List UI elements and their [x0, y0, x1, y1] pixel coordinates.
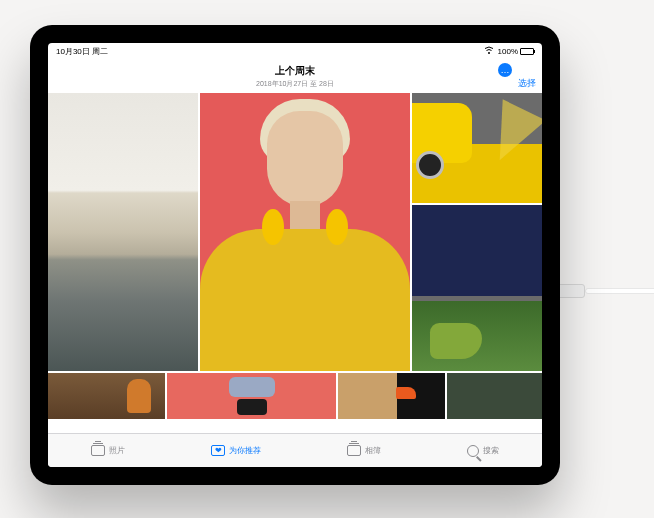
ipad-device: 10月30日 周二 100% 上个周末 2018年10月27日 至 28日 … …	[30, 25, 560, 485]
select-button[interactable]: 选择	[518, 77, 536, 90]
wifi-icon	[484, 46, 494, 56]
header: 上个周末 2018年10月27日 至 28日 … 选择	[48, 59, 542, 93]
albums-icon	[347, 445, 361, 456]
photo-thumbnail[interactable]	[412, 93, 542, 203]
ellipsis-icon: …	[501, 66, 510, 75]
tab-albums[interactable]: 相簿	[347, 445, 381, 456]
search-icon	[467, 445, 479, 457]
tab-bar: 照片 为你推荐 相簿 搜索	[48, 433, 542, 467]
battery-percent: 100%	[498, 47, 518, 56]
photo-thumbnail[interactable]	[200, 93, 410, 371]
tab-label: 为你推荐	[229, 445, 261, 456]
photo-thumbnail[interactable]	[412, 205, 542, 371]
page-title: 上个周末	[275, 64, 315, 78]
photo-grid[interactable]	[48, 93, 542, 433]
photo-thumbnail[interactable]	[447, 373, 542, 419]
page-subtitle: 2018年10月27日 至 28日	[256, 79, 334, 89]
status-bar: 10月30日 周二 100%	[48, 43, 542, 59]
photo-thumbnail[interactable]	[48, 373, 165, 419]
cable-cord	[585, 288, 654, 294]
more-button[interactable]: …	[498, 63, 512, 77]
tab-label: 搜索	[483, 445, 499, 456]
tab-label: 照片	[109, 445, 125, 456]
screen: 10月30日 周二 100% 上个周末 2018年10月27日 至 28日 … …	[48, 43, 542, 467]
tab-label: 相簿	[365, 445, 381, 456]
usb-c-cable	[555, 278, 654, 304]
photo-thumbnail[interactable]	[338, 373, 444, 419]
tab-search[interactable]: 搜索	[467, 445, 499, 457]
tab-photos[interactable]: 照片	[91, 445, 125, 456]
status-datetime: 10月30日 周二	[56, 46, 108, 57]
for-you-icon	[211, 445, 225, 456]
photo-thumbnail[interactable]	[167, 373, 337, 419]
battery-indicator: 100%	[498, 47, 534, 56]
tab-for-you[interactable]: 为你推荐	[211, 445, 261, 456]
photos-icon	[91, 445, 105, 456]
photo-thumbnail[interactable]	[48, 93, 198, 371]
